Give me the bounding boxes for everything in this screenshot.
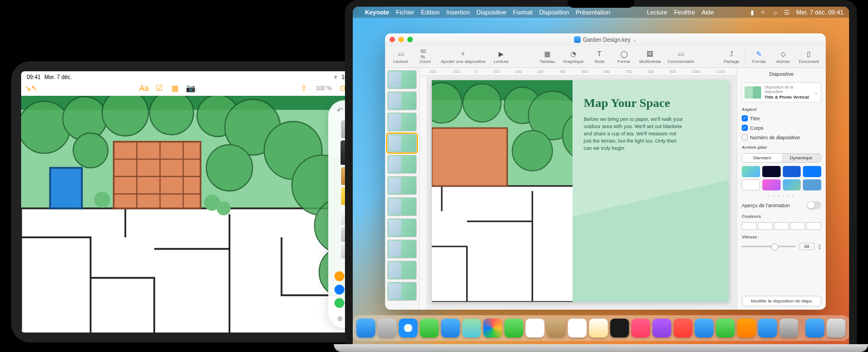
chart-button[interactable]: ◔Graphique [561,48,586,65]
slide-thumbnail[interactable] [387,155,417,174]
dock-app-news[interactable] [674,319,693,338]
format-button[interactable]: ✎Format [748,48,770,65]
dock-app-podcasts[interactable] [653,319,672,338]
dock-app-safari[interactable] [399,319,418,338]
document-button[interactable]: ▯Document [797,48,821,65]
dock-trash[interactable] [827,319,846,338]
wifi-icon[interactable]: ᯤ [761,9,767,16]
slide-thumbnail[interactable] [387,70,417,89]
spotlight-icon[interactable]: ⌕ [773,9,777,16]
table-icon[interactable]: ▦ [171,84,180,92]
dock[interactable] [353,315,849,341]
media-button[interactable]: 🖼Multimédia [637,48,663,65]
dock-app-mail[interactable] [441,319,460,338]
dock-app-music[interactable] [632,319,650,338]
dock-app-keynote[interactable] [695,319,714,338]
background-swatch[interactable] [783,179,801,190]
dock-app-launchpad[interactable] [378,319,397,338]
undo-icon[interactable]: ↶ [337,106,343,115]
slide[interactable]: Map Your Space Before we bring pen to pa… [432,80,729,302]
collapse-icon[interactable]: ↘↖ [27,84,36,92]
slide-thumbnail[interactable] [387,134,417,153]
color-swatch[interactable] [334,271,344,281]
slide-text-area[interactable]: Map Your Space Before we bring pen to pa… [573,80,729,302]
background-swatch[interactable] [762,166,781,177]
add-slide-button[interactable]: ＋Ajouter une diapositive [438,48,488,65]
slide-thumbnail[interactable] [387,91,417,110]
check-title[interactable]: ✓Titre [742,115,821,121]
slide-thumbnail[interactable] [387,261,417,280]
slide-thumbnail[interactable] [387,197,417,216]
dock-app-contacts[interactable] [547,319,566,338]
share-button[interactable]: ⤴Partage [721,48,743,65]
view-button[interactable]: ▭Lecture [389,48,412,65]
dock-app-appstore[interactable] [758,319,777,338]
menu-disposition[interactable]: Disposition [539,9,569,16]
color-swatch[interactable] [334,285,344,295]
dock-app-notes[interactable] [589,319,608,338]
checklist-icon[interactable]: ☑ [155,84,164,92]
menubar-app-name[interactable]: Keynote [365,9,389,16]
window-titlebar[interactable]: Garden Design.key ⌄ [385,33,826,46]
slide-thumbnail[interactable] [387,239,417,258]
dock-app-reminders[interactable] [568,319,587,338]
dock-app-photos[interactable] [484,319,502,338]
slide-thumbnail[interactable] [387,218,417,237]
dock-app-numbers[interactable] [716,319,735,338]
comment-button[interactable]: ▭Commentaire [665,48,697,65]
slide-body[interactable]: Before we bring pen to paper, we'll walk… [584,116,684,152]
share-icon[interactable]: ⇧ [299,84,308,92]
dock-app-facetime[interactable] [505,319,524,338]
minimize-icon[interactable] [398,37,404,42]
camera-icon[interactable]: 📷 [186,84,195,92]
menubar-clock[interactable]: Mer. 7 déc. 09:41 [796,9,844,16]
background-swatch[interactable] [803,166,821,177]
seg-dynamic[interactable]: Dynamique [782,154,821,162]
animate-button[interactable]: ◇Animer [772,48,795,65]
dock-app-pages[interactable] [737,319,756,338]
battery-icon[interactable]: ▮ [751,9,754,16]
slide-thumbnail[interactable] [387,113,417,131]
slide-thumbnail[interactable] [387,176,417,195]
add-tool-icon[interactable]: ⊕ [337,315,343,322]
dock-app-finder[interactable] [357,319,376,338]
menu-aide[interactable]: Aide [702,9,714,16]
stepper-down-icon[interactable]: ▼ [818,247,821,250]
inspector-tab[interactable]: Diapositive [742,71,821,79]
dock-app-messages[interactable] [420,319,439,338]
play-button[interactable]: ▶Lecture [490,48,512,65]
menu-diapositive[interactable]: Diapositive [476,9,506,16]
table-button[interactable]: ▦Tableau [536,48,559,65]
menu-insertion[interactable]: Insertion [446,9,470,16]
menu-présentation[interactable]: Présentation [576,9,610,16]
zoom-icon[interactable] [407,37,413,42]
document-title[interactable]: Garden Design.key ⌄ [574,36,637,43]
chevron-down-icon[interactable]: ⌄ [633,37,637,42]
layout-picker[interactable]: Disposition de la diapositive Title & Ph… [742,82,821,102]
check-body[interactable]: ✓Corps [742,125,821,131]
menu-lecture[interactable]: Lecture [647,9,667,16]
ipad-canvas[interactable]: ↶ ↷ ⊕ ⋯ [21,96,368,333]
shape-button[interactable]: ◯Forme [613,48,635,65]
seg-standard[interactable]: Standard [742,154,782,162]
slide-title[interactable]: Map Your Space [584,96,718,110]
menu-fichier[interactable]: Fichier [396,9,414,16]
dock-downloads[interactable] [806,319,825,338]
slide-navigator[interactable] [385,68,420,310]
dock-app-calendar[interactable] [526,319,545,338]
slide-thumbnail[interactable] [387,282,417,301]
menu-format[interactable]: Format [513,9,532,16]
background-swatch[interactable] [762,179,781,190]
dock-app-tv[interactable] [610,319,629,338]
menu-fenêtre[interactable]: Fenêtre [674,9,695,16]
close-icon[interactable] [389,37,395,42]
dock-app-settings[interactable] [780,319,798,338]
check-slide-number[interactable]: Numéro de diapositive [742,134,821,140]
slide-photo[interactable] [432,80,573,302]
dock-app-maps[interactable] [462,319,481,338]
background-swatch[interactable] [803,179,821,190]
background-swatch[interactable] [783,166,801,177]
traffic-lights[interactable] [389,37,413,42]
edit-layout-button[interactable]: Modifier la disposition de diapo [742,296,821,306]
background-swatch[interactable] [742,179,760,190]
